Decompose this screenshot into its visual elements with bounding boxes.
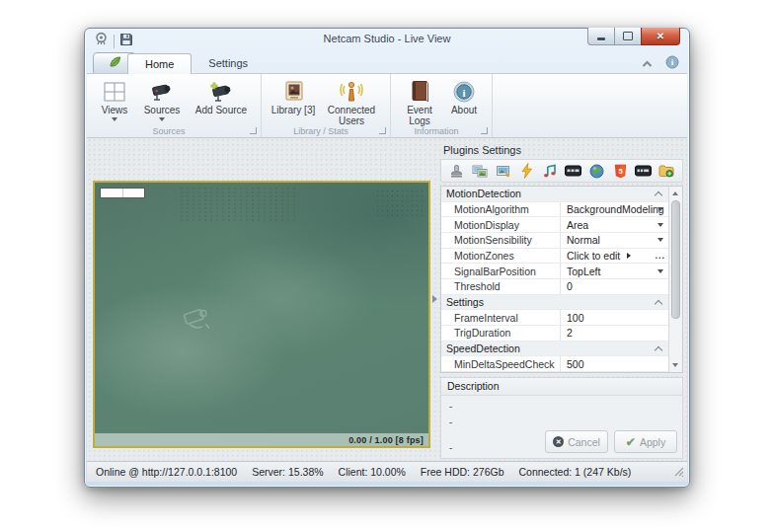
about-button[interactable]: i About <box>442 77 486 116</box>
live-view-video[interactable]: 0.00 / 1.00 [8 fps] <box>93 181 430 448</box>
minimize-button[interactable] <box>587 28 615 45</box>
screen: Netcam Studio - Live View ✕ Home Setting… <box>0 0 773 532</box>
library-icon <box>281 78 305 105</box>
row-signalbarposition[interactable]: SignalBarPosition TopLeft <box>441 264 669 279</box>
action-buttons: ✕ Cancel ✔ Apply <box>545 430 677 453</box>
dialog-launcher-icon[interactable] <box>379 127 386 134</box>
svg-text:5: 5 <box>618 166 622 175</box>
svg-text:i: i <box>462 86 465 98</box>
html5-icon[interactable]: 5 <box>612 163 629 180</box>
ellipsis-button[interactable]: ... <box>655 251 665 261</box>
dropdown-arrow-icon[interactable] <box>657 269 663 273</box>
maximize-icon <box>623 32 633 40</box>
status-connected: Connected: 1 (247 Kb/s) <box>518 466 631 478</box>
folder-settings-icon[interactable] <box>658 163 675 180</box>
add-source-button[interactable]: Add Source <box>188 77 255 116</box>
video-noise <box>375 189 423 218</box>
tab-settings[interactable]: Settings <box>192 53 265 74</box>
globe-icon[interactable] <box>588 163 605 180</box>
snapshot-icon[interactable] <box>495 163 511 180</box>
scrollbar-thumb[interactable] <box>671 200 680 319</box>
video-noise <box>179 187 297 222</box>
scroll-up-icon[interactable] <box>672 191 678 195</box>
collapse-icon[interactable] <box>655 299 662 307</box>
lightning-icon[interactable] <box>518 163 535 180</box>
watermark-logo <box>178 300 224 342</box>
resize-grip[interactable] <box>674 467 684 479</box>
app-window: Netcam Studio - Live View ✕ Home Setting… <box>84 28 690 488</box>
row-trigduration[interactable]: TrigDuration 2 <box>441 326 669 342</box>
close-button[interactable]: ✕ <box>641 28 680 45</box>
description-title: Description <box>441 378 682 396</box>
dropdown-arrow-icon[interactable] <box>657 223 663 227</box>
row-motiondisplay[interactable]: MotionDisplay Area <box>441 217 669 233</box>
status-online: Online @ http://127.0.0.1:8100 <box>96 466 237 478</box>
codec-badge2-icon[interactable] <box>635 163 652 180</box>
sources-button[interactable]: Sources <box>136 77 188 122</box>
help-icon[interactable]: i <box>665 55 679 73</box>
status-client: Client: 10.00% <box>339 466 406 478</box>
panel-splitter[interactable] <box>430 137 439 461</box>
quick-access-toolbar <box>94 32 133 50</box>
event-logs-icon <box>409 78 430 105</box>
collapse-panel-icon[interactable] <box>432 295 437 303</box>
collapse-ribbon-icon[interactable] <box>641 55 654 73</box>
row-motionalgorithm[interactable]: MotionAlgorithm BackgroundModeling <box>441 202 669 218</box>
connected-users-button[interactable]: Connected Users <box>319 77 384 127</box>
close-icon: ✕ <box>657 31 664 41</box>
row-mindeltaspeedcheck[interactable]: MinDeltaSpeedCheck 500 <box>441 356 669 372</box>
stamp-icon[interactable] <box>448 163 465 180</box>
connected-users-icon <box>339 78 364 105</box>
event-logs-button[interactable]: Event Logs <box>397 77 442 127</box>
apply-button[interactable]: ✔ Apply <box>614 430 677 453</box>
panel-title: Plugins Settings <box>440 144 683 159</box>
status-server: Server: 15.38% <box>252 466 323 478</box>
collapse-icon[interactable] <box>655 191 662 199</box>
row-motionsensibility[interactable]: MotionSensibility Normal <box>441 233 669 249</box>
window-title: Netcam Studio - Live View <box>203 33 571 44</box>
row-motionzones[interactable]: MotionZones Click to edit... <box>441 249 669 265</box>
ribbon-right-controls: i <box>641 55 679 73</box>
description-line: - <box>441 443 460 453</box>
dialog-launcher-icon[interactable] <box>250 127 257 134</box>
minimize-icon <box>597 38 605 40</box>
signal-bar <box>100 188 145 198</box>
status-hdd: Free HDD: 276Gb <box>421 466 504 478</box>
dropdown-arrow-icon[interactable] <box>657 207 663 211</box>
row-frameinterval[interactable]: FrameInterval 100 <box>441 310 669 326</box>
codec-badge-icon[interactable] <box>565 163 581 180</box>
dropdown-arrow-icon[interactable] <box>657 238 663 242</box>
collapse-icon[interactable] <box>655 345 662 353</box>
dialog-launcher-icon[interactable] <box>481 127 488 134</box>
plugins-settings-panel: Plugins Settings <box>440 144 683 459</box>
window-controls: ✕ <box>588 28 680 45</box>
cancel-button[interactable]: ✕ Cancel <box>545 430 608 453</box>
maximize-button[interactable] <box>614 28 642 45</box>
cancel-icon: ✕ <box>553 436 564 447</box>
main-content: 0.00 / 1.00 [8 fps] Plugins Settings <box>87 137 687 461</box>
category-speeddetection[interactable]: SpeedDetection <box>441 342 669 357</box>
scroll-down-icon[interactable] <box>672 363 678 367</box>
titlebar[interactable]: Netcam Studio - Live View ✕ <box>85 29 689 50</box>
category-motiondetection[interactable]: MotionDetection <box>441 187 669 202</box>
description-line: - <box>441 412 682 427</box>
checkmark-icon: ✔ <box>626 436 636 448</box>
grid-scrollbar[interactable] <box>668 187 682 372</box>
video-status-strip: 0.00 / 1.00 [8 fps] <box>95 433 428 446</box>
leaf-icon <box>108 55 122 73</box>
images-icon[interactable] <box>472 163 489 180</box>
music-icon[interactable] <box>542 163 559 180</box>
description-line: - <box>441 396 682 412</box>
views-button[interactable]: Views <box>93 77 136 122</box>
save-icon[interactable] <box>119 33 133 50</box>
camera-icon <box>149 78 175 105</box>
chevron-down-icon <box>159 117 165 121</box>
app-icon[interactable] <box>94 32 109 50</box>
tab-home[interactable]: Home <box>127 53 192 74</box>
status-bar: Online @ http://127.0.0.1:8100 Server: 1… <box>87 461 687 482</box>
about-icon: i <box>452 78 476 105</box>
row-threshold[interactable]: Threshold 0 <box>441 279 669 295</box>
settings-grid: MotionDetection MotionAlgorithm Backgrou… <box>440 186 683 373</box>
library-button[interactable]: Library [3] <box>268 77 319 116</box>
category-settings[interactable]: Settings <box>441 295 669 311</box>
